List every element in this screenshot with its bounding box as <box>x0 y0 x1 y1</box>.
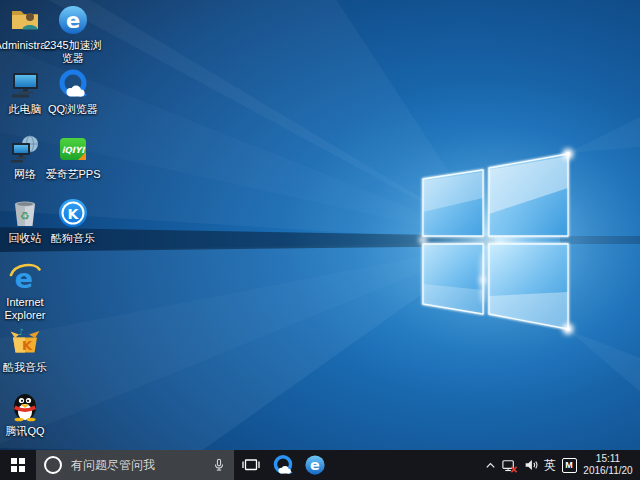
icon-label: 2345加速浏览器 <box>44 39 102 66</box>
desktop-icon-2345-browser[interactable]: e 2345加速浏览器 <box>49 4 97 66</box>
svg-text:K: K <box>68 206 80 222</box>
icon-label: 腾讯QQ <box>5 425 44 438</box>
2345-browser-icon: e <box>304 454 326 476</box>
network-icon <box>9 133 41 165</box>
network-disconnected-icon <box>501 457 518 474</box>
internet-explorer-icon: e <box>9 261 41 293</box>
user-folder-icon <box>9 4 41 36</box>
clock-time: 15:11 <box>596 453 620 466</box>
taskbar-search-box[interactable] <box>36 450 234 480</box>
tray-chevron-button[interactable] <box>481 450 499 480</box>
microphone-icon[interactable] <box>212 458 226 472</box>
desktop-icon-administrator[interactable]: Administra... <box>1 4 49 52</box>
desktop[interactable]: Administra... e 2345加速浏览器 <box>0 0 640 450</box>
windows-logo-icon <box>11 458 25 472</box>
recycle-bin-icon: ♻ <box>9 197 41 229</box>
chevron-up-icon <box>484 459 497 472</box>
desktop-icon-kugou-music[interactable]: K 酷狗音乐 <box>49 197 97 245</box>
desktop-icon-kuwo-music[interactable]: K ♪ 酷我音乐 <box>1 326 49 374</box>
speaker-icon <box>523 457 539 473</box>
desktop-icon-internet-explorer[interactable]: e Internet Explorer <box>1 261 49 323</box>
icon-label: 酷我音乐 <box>3 361 47 374</box>
desktop-icon-qq-browser[interactable]: QQ浏览器 <box>49 68 97 116</box>
iqiyi-icon: iQIYI <box>57 133 89 165</box>
taskbar: e <box>0 450 640 480</box>
system-tray: 英 M 15:11 2016/11/20 <box>481 450 640 480</box>
svg-text:♪: ♪ <box>18 327 24 337</box>
clock-date: 2016/11/20 <box>583 465 632 478</box>
taskbar-qq-browser-button[interactable] <box>268 450 298 480</box>
2345-browser-icon: e <box>57 4 89 36</box>
tray-ime-mode-button[interactable]: M <box>559 450 579 480</box>
icon-label: 网络 <box>14 168 36 181</box>
icon-label: 爱奇艺PPS <box>46 168 101 181</box>
qq-browser-icon <box>57 68 89 100</box>
icon-label: 回收站 <box>9 232 42 245</box>
start-button[interactable] <box>0 450 36 480</box>
svg-text:iQIYI: iQIYI <box>62 145 85 155</box>
svg-text:♻: ♻ <box>20 210 30 223</box>
svg-text:K: K <box>22 338 33 353</box>
tray-clock[interactable]: 15:11 2016/11/20 <box>579 450 637 480</box>
ime-mode-icon: M <box>562 458 577 473</box>
task-view-button[interactable] <box>236 450 266 480</box>
tray-volume-button[interactable] <box>520 450 541 480</box>
icon-label: QQ浏览器 <box>48 103 98 116</box>
cortana-icon <box>44 456 62 474</box>
desktop-icon-network[interactable]: 网络 <box>1 133 49 181</box>
kugou-music-icon: K <box>57 197 89 229</box>
computer-icon <box>9 68 41 100</box>
desktop-icon-tencent-qq[interactable]: 腾讯QQ <box>1 390 49 438</box>
search-input[interactable] <box>69 457 205 473</box>
svg-text:e: e <box>310 457 320 473</box>
taskbar-2345-browser-button[interactable]: e <box>300 450 330 480</box>
desktop-icon-iqiyi-pps[interactable]: iQIYI 爱奇艺PPS <box>49 133 97 181</box>
qq-penguin-icon <box>9 390 41 422</box>
icon-label: 此电脑 <box>9 103 42 116</box>
svg-text:e: e <box>66 9 80 33</box>
tray-network-button[interactable] <box>499 450 520 480</box>
tray-ime-language[interactable]: 英 <box>541 450 559 480</box>
desktop-icon-recycle-bin[interactable]: ♻ 回收站 <box>1 197 49 245</box>
qq-browser-icon <box>272 454 294 476</box>
screen: Administra... e 2345加速浏览器 <box>0 0 640 480</box>
kuwo-music-icon: K ♪ <box>9 326 41 358</box>
icon-label: Internet Explorer <box>0 296 54 323</box>
desktop-icon-this-pc[interactable]: 此电脑 <box>1 68 49 116</box>
icon-label: 酷狗音乐 <box>51 232 95 245</box>
task-view-icon <box>241 455 261 475</box>
